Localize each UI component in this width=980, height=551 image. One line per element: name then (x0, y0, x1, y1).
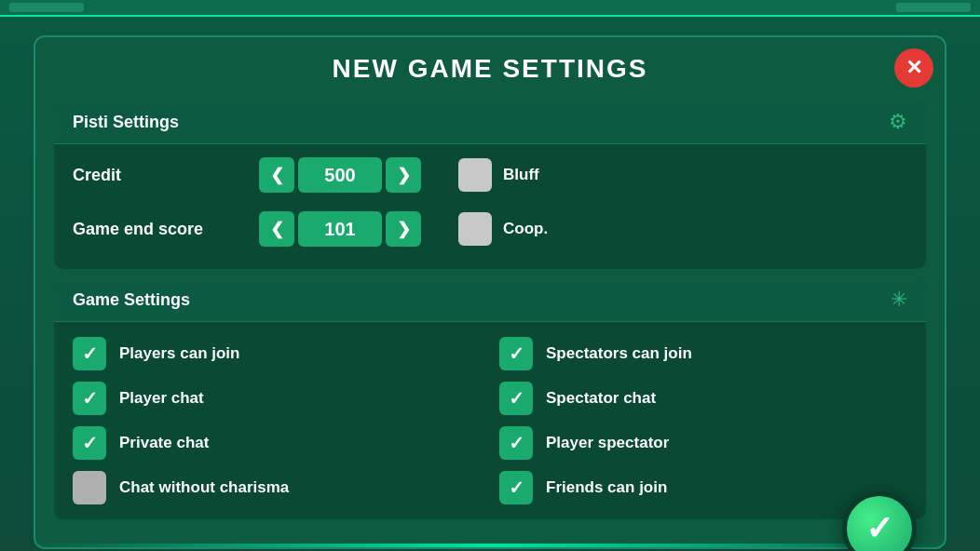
credit-value: 500 (298, 157, 382, 193)
outer-container: NEW GAME SETTINGS ✕ Pisti Settings ⚙ Cre… (0, 0, 980, 551)
modal-title: NEW GAME SETTINGS (333, 54, 648, 83)
game-end-score-decrement-button[interactable]: ❮ (259, 211, 294, 247)
checkbox-friends-can-join[interactable]: ✓ (499, 471, 533, 504)
bluff-label: Bluff (503, 166, 539, 184)
modal: NEW GAME SETTINGS ✕ Pisti Settings ⚙ Cre… (34, 35, 946, 549)
game-end-score-increment-button[interactable]: ❯ (386, 211, 421, 247)
checkbox-row-player-spectator: ✓Player spectator (499, 426, 907, 460)
checkbox-label-player-spectator: Player spectator (546, 434, 669, 452)
checkmark-spectators-can-join: ✓ (509, 343, 524, 365)
checkmark-private-chat: ✓ (82, 432, 98, 454)
top-bar-left-decoration (9, 3, 84, 12)
checkbox-label-players-can-join: Players can join (119, 344, 239, 363)
credit-stepper: ❮ 500 ❯ (259, 157, 421, 193)
pisti-settings-content: Credit ❮ 500 ❯ Bluff (54, 144, 926, 269)
pisti-settings-title: Pisti Settings (73, 113, 179, 132)
confirm-checkmark-icon: ✓ (865, 509, 893, 548)
close-button[interactable]: ✕ (894, 48, 933, 87)
bluff-checkbox[interactable] (458, 158, 492, 192)
checkmark-player-spectator: ✓ (509, 432, 524, 454)
coop-label: Coop. (503, 220, 548, 238)
checkmark-spectator-chat: ✓ (509, 387, 524, 410)
checkbox-row-spectator-chat: ✓Spectator chat (499, 382, 907, 415)
game-gear-icon: ✳ (891, 288, 907, 312)
checkbox-label-private-chat: Private chat (119, 434, 209, 452)
bluff-toggle-group: Bluff (458, 158, 539, 192)
pisti-gear-icon: ⚙ (889, 110, 907, 134)
game-end-score-stepper: ❮ 101 ❯ (259, 211, 421, 247)
checkbox-players-can-join[interactable]: ✓ (73, 337, 106, 370)
game-end-score-value: 101 (298, 211, 382, 247)
checkbox-row-chat-without-charisma: Chat without charisma (73, 471, 481, 504)
checkbox-player-chat[interactable]: ✓ (73, 382, 106, 415)
checkbox-label-friends-can-join: Friends can join (546, 478, 667, 497)
game-settings-title: Game Settings (73, 290, 190, 310)
game-end-score-row: Game end score ❮ 101 ❯ Coop. (73, 211, 907, 247)
checkbox-label-spectators-can-join: Spectators can join (546, 344, 692, 363)
checkbox-player-spectator[interactable]: ✓ (499, 426, 533, 460)
coop-checkbox[interactable] (458, 212, 492, 246)
checkbox-row-spectators-can-join: ✓Spectators can join (499, 337, 907, 370)
checkbox-private-chat[interactable]: ✓ (73, 426, 106, 460)
game-end-score-label: Game end score (73, 220, 259, 239)
credit-row: Credit ❮ 500 ❯ Bluff (73, 157, 907, 193)
checkbox-row-players-can-join: ✓Players can join (73, 337, 481, 370)
pisti-settings-section: Pisti Settings ⚙ Credit ❮ 500 ❯ (54, 101, 926, 269)
checkbox-chat-without-charisma[interactable] (73, 471, 106, 504)
checkboxes-grid: ✓Players can join✓Spectators can join✓Pl… (54, 322, 926, 519)
checkbox-row-player-chat: ✓Player chat (73, 382, 481, 415)
checkmark-player-chat: ✓ (82, 387, 98, 410)
top-bar-right-decoration (896, 3, 971, 12)
modal-title-bar: NEW GAME SETTINGS (35, 37, 945, 101)
checkbox-spectators-can-join[interactable]: ✓ (499, 337, 533, 370)
game-settings-section: Game Settings ✳ ✓Players can join✓Specta… (54, 278, 926, 519)
coop-toggle-group: Coop. (458, 212, 548, 246)
top-bar (0, 0, 980, 17)
checkbox-spectator-chat[interactable]: ✓ (499, 382, 533, 415)
checkbox-label-chat-without-charisma: Chat without charisma (119, 478, 289, 497)
checkmark-players-can-join: ✓ (82, 343, 98, 365)
checkbox-row-friends-can-join: ✓Friends can join (499, 471, 907, 504)
checkbox-row-private-chat: ✓Private chat (73, 426, 481, 460)
checkbox-label-player-chat: Player chat (119, 389, 204, 408)
credit-decrement-button[interactable]: ❮ (259, 157, 294, 193)
pisti-settings-header: Pisti Settings ⚙ (54, 101, 926, 144)
bottom-glow (35, 544, 945, 547)
checkbox-label-spectator-chat: Spectator chat (546, 389, 656, 408)
checkmark-friends-can-join: ✓ (509, 477, 524, 499)
game-settings-header: Game Settings ✳ (54, 278, 926, 322)
credit-label: Credit (73, 166, 259, 185)
credit-increment-button[interactable]: ❯ (386, 157, 421, 193)
